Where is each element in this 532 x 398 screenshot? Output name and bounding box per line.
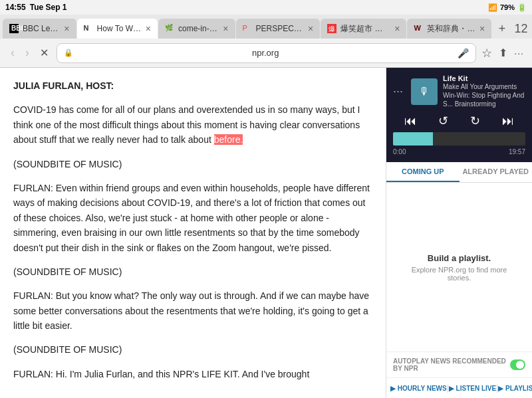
url-text: npr.org [77,48,454,58]
paragraph-covid: COVID-19 has come for all of our plans a… [13,102,372,147]
waveform[interactable] [393,132,525,146]
playlist-subtitle: Explore NPR.org to find more stories. [400,266,519,282]
total-time: 19:57 [509,148,525,155]
toggle-dot [516,361,524,369]
tab-dict[interactable]: W 英和辞典・和英... × [407,19,491,39]
forward-button[interactable]: › [23,45,32,61]
playlist-area: Build a playlist. Explore NPR.org to fin… [386,183,532,351]
autoplay-toggle[interactable] [510,359,525,370]
time-row: 0:00 19:57 [393,148,525,155]
tab-weibo-label: 爆笑超市 第一季... [340,23,390,35]
mic-icon[interactable]: 🎤 [458,48,469,58]
autoplay-row: AUTOPLAY NEWS RECOMMENDED BY NPR [386,351,532,377]
paragraph-soundbite-3: (SOUNDBITE OF MUSIC) [13,342,372,357]
main-content: JULIA FURLAN, HOST: COVID-19 has come fo… [0,68,532,398]
new-tab-button[interactable]: + [492,19,512,39]
skip-back-button[interactable]: ⏮ [404,114,416,128]
skip-forward-button[interactable]: ⏭ [502,114,514,128]
paragraph-only-way: FURLAN: But you know what? The only way … [13,288,372,333]
paragraph-hi: FURLAN: Hi. I'm Julia Furlan, and this N… [13,367,372,381]
playlist-link[interactable]: ▶ PLAYLIST [498,385,532,392]
tab-perspective-close[interactable]: × [308,23,313,34]
perspective-favicon: P [243,24,252,33]
paragraph-soundbite-1: (SOUNDBITE OF MUSIC) [13,157,372,171]
bookmark-button[interactable]: ☆ [481,46,492,60]
tab-perspective[interactable]: P PERSPECTIVE... × [236,19,321,39]
tab-overflow-button[interactable]: 12 [513,19,529,39]
sidebar-tabs: COMING UP ALREADY PLAYED [386,162,532,183]
bbc-favicon: BBC [9,24,19,33]
npr-favicon: N [84,24,93,33]
nav-actions: ☆ ⬆ ··· [481,46,524,60]
player-info: Life Kit Make All Your Arguments Win-Win… [443,74,525,108]
come-favicon: 🌿 [165,24,174,33]
status-day: Tue Sep 1 [30,3,67,12]
tab-bar: BBC BBC Learning × N How To Win Ar... × … [0,15,532,39]
paragraph-soundbite-2: (SOUNDBITE OF MUSIC) [13,264,372,279]
player-avatar: 🎙 [411,78,438,105]
tab-come[interactable]: 🌿 come-in-for p... × [158,19,235,39]
status-time: 14:55 [5,3,26,12]
battery-text: 79% [500,3,515,11]
tab-npr-close[interactable]: × [146,23,151,34]
current-time: 0:00 [393,148,406,155]
tab-come-close[interactable]: × [223,23,228,34]
battery-icon: 🔋 [517,3,527,12]
dict-favicon: W [414,24,423,33]
player-show-name: Life Kit [443,74,525,82]
bottom-links: ▶ HOURLY NEWS | ▶ LISTEN LIVE | ▶ PLAYLI… [386,377,532,398]
player-episode-title: Make All Your Arguments Win-Win: Stop Fi… [443,82,525,108]
status-bar: 14:55 Tue Sep 1 📶 79% 🔋 [0,0,532,15]
share-button[interactable]: ⬆ [499,47,507,59]
paragraph-host: JULIA FURLAN, HOST: [13,78,372,93]
player-controls: ⏮ ↺ ↻ ⏭ [393,114,525,128]
reload-stop-button[interactable]: ✕ [37,45,51,60]
tab-bbc-label: BBC Learning [23,24,60,33]
wifi-icon: 📶 [488,3,497,12]
waveform-progress [393,132,433,146]
tab-weibo-close[interactable]: × [394,23,400,34]
tab-coming-up[interactable]: COMING UP [386,162,460,182]
playlist-title: Build a playlist. [428,253,491,263]
navigation-bar: ‹ › ✕ 🔒 npr.org 🎤 ☆ ⬆ ··· [0,39,532,68]
paragraph-friend-groups: FURLAN: Even within friend groups and ev… [13,181,372,255]
more-button[interactable]: ··· [514,48,524,58]
tab-bbc[interactable]: BBC BBC Learning × [3,19,76,39]
tab-npr[interactable]: N How To Win Ar... × [77,19,158,39]
tab-perspective-label: PERSPECTIVE... [256,24,304,33]
player-menu-button[interactable]: ··· [393,84,403,98]
highlight-before: before. [214,134,243,145]
rewind-button[interactable]: ↺ [438,114,448,128]
tab-come-label: come-in-for p... [178,24,219,33]
hourly-news-link[interactable]: ▶ HOURLY NEWS [390,385,447,392]
autoplay-label: AUTOPLAY NEWS RECOMMENDED BY NPR [393,357,510,372]
listen-live-link[interactable]: ▶ LISTEN LIVE [449,385,496,392]
tab-bbc-close[interactable]: × [64,23,69,34]
tab-weibo[interactable]: 爆 爆笑超市 第一季... × [321,19,406,39]
article-content: JULIA FURLAN, HOST: COVID-19 has come fo… [0,68,386,398]
replay-icon[interactable]: ↻ [470,114,480,128]
sidebar: ··· 🎙 Life Kit Make All Your Arguments W… [386,68,532,398]
address-bar[interactable]: 🔒 npr.org 🎤 [57,43,476,63]
tab-dict-close[interactable]: × [479,23,485,34]
tab-dict-label: 英和辞典・和英... [427,23,475,35]
lock-icon: 🔒 [64,49,73,57]
tab-already-played[interactable]: ALREADY PLAYED [460,162,533,182]
back-button[interactable]: ‹ [8,45,17,61]
tab-npr-label: How To Win Ar... [97,24,142,33]
weibo-favicon: 爆 [327,24,336,33]
player-card: ··· 🎙 Life Kit Make All Your Arguments W… [386,68,532,162]
